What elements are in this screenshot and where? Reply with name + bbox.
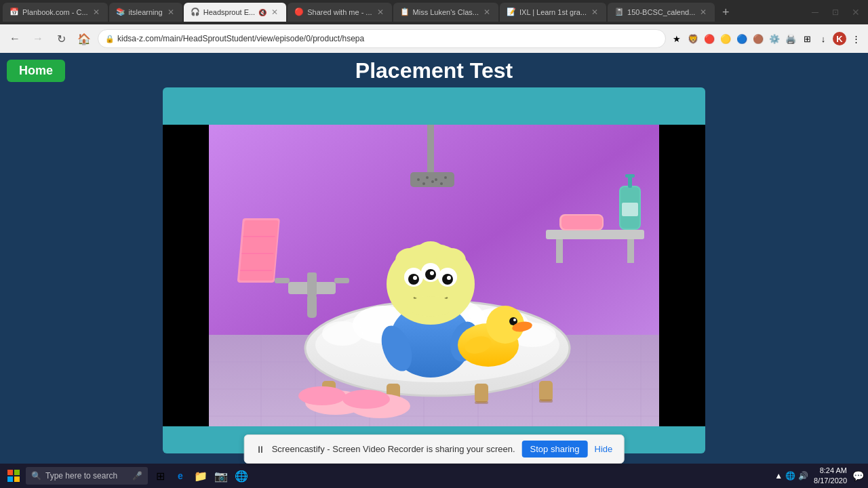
svg-rect-90 xyxy=(7,476,13,482)
svg-point-20 xyxy=(431,180,434,183)
microphone-icon: 🎤 xyxy=(132,471,142,481)
back-button[interactable]: ← xyxy=(5,29,24,48)
start-button[interactable] xyxy=(4,466,23,485)
page-title: Placement Test xyxy=(355,58,513,83)
tab-close-missluken[interactable]: ✕ xyxy=(482,7,492,17)
svg-point-75 xyxy=(430,271,434,275)
taskbar-clock[interactable]: 8:24 AM 8/17/2020 xyxy=(814,466,847,487)
svg-point-76 xyxy=(447,276,451,280)
svg-rect-31 xyxy=(275,278,290,283)
close-button[interactable]: ✕ xyxy=(846,3,865,22)
tab-close-itslearning[interactable]: ✕ xyxy=(166,7,176,17)
home-button[interactable]: Home xyxy=(7,60,65,82)
tab-favicon-headsprout: 🎧 xyxy=(191,7,200,17)
nav-bar: ← → ↻ 🏠 🔒 kidsa-z.com/main/HeadSproutStu… xyxy=(0,24,868,53)
windows-logo-icon xyxy=(7,470,20,482)
taskbar-search-bar[interactable]: 🔍 Type here to search 🎤 xyxy=(26,467,148,485)
refresh-button[interactable]: ↻ xyxy=(52,29,71,48)
tab-favicon-missluken: 📋 xyxy=(400,7,410,17)
ext-icon-3[interactable]: 🔵 xyxy=(735,32,749,45)
bathroom-scene-svg xyxy=(163,125,705,426)
tab-close-headsprout[interactable]: ✕ xyxy=(270,7,279,17)
tab-favicon-itslearning: 📚 xyxy=(116,7,125,17)
left-black-bar xyxy=(163,125,209,426)
taskbar-app-icons: ⊞ e 📁 📷 🌐 xyxy=(151,466,251,485)
svg-rect-34 xyxy=(556,239,563,263)
svg-point-18 xyxy=(444,176,447,179)
camera-taskbar-icon[interactable]: 📷 xyxy=(212,466,231,485)
pause-icon: ⏸ xyxy=(256,444,265,455)
tab-planbook[interactable]: 📅 Planbook.com - C... ✕ xyxy=(3,3,108,22)
task-view-button[interactable]: ⊞ xyxy=(151,466,170,485)
svg-rect-14 xyxy=(410,172,454,187)
svg-rect-37 xyxy=(561,216,602,229)
tab-favicon-planbook: 📅 xyxy=(9,7,19,17)
svg-point-85 xyxy=(298,386,346,405)
tab-shared[interactable]: 🔴 Shared with me - ... ✕ xyxy=(288,3,391,22)
forward-button[interactable]: → xyxy=(28,29,47,48)
clock-time: 8:24 AM xyxy=(814,466,847,476)
svg-rect-35 xyxy=(627,239,634,263)
svg-rect-42 xyxy=(625,174,635,178)
ext-icon-8[interactable]: ↓ xyxy=(816,32,830,45)
tab-label-planbook: Planbook.com - C... xyxy=(22,8,88,16)
profile-icon[interactable]: K xyxy=(833,32,846,45)
home-nav-button[interactable]: 🏠 xyxy=(75,29,94,48)
edge-taskbar-icon[interactable]: e xyxy=(171,466,190,485)
mute-icon: 🔇 xyxy=(258,9,267,16)
svg-point-19 xyxy=(422,182,425,185)
app-area: Home Placement Test xyxy=(0,53,868,488)
menu-icon[interactable]: ⋮ xyxy=(849,32,863,45)
tab-close-shared[interactable]: ✕ xyxy=(376,7,385,17)
tab-missluken[interactable]: 📋 Miss Luken's Clas... ✕ xyxy=(393,3,498,22)
right-black-bar xyxy=(659,125,705,426)
ext-icon-7[interactable]: ⊞ xyxy=(800,32,814,45)
maximize-button[interactable]: ⊡ xyxy=(826,3,845,22)
volume-icon: 🔊 xyxy=(798,471,808,481)
svg-rect-51 xyxy=(475,401,488,404)
ext-icon-2[interactable]: 🟡 xyxy=(719,32,732,45)
tab-close-ixl[interactable]: ✕ xyxy=(590,7,599,17)
address-bar[interactable]: 🔒 kidsa-z.com/main/HeadSproutStudent/vie… xyxy=(98,29,666,48)
svg-rect-91 xyxy=(14,476,20,482)
tab-ixl[interactable]: 📝 IXL | Learn 1st gra... ✕ xyxy=(500,3,606,22)
brave-icon[interactable]: 🦁 xyxy=(686,32,700,45)
screen-share-bar: ⏸ Screencastify - Screen Video Recorder … xyxy=(244,434,625,464)
svg-point-21 xyxy=(440,182,443,185)
system-tray-icons: ▲ 🌐 🔊 xyxy=(774,471,808,481)
ext-icon-5[interactable]: ⚙️ xyxy=(768,32,781,45)
svg-point-74 xyxy=(413,276,417,280)
explorer-taskbar-icon[interactable]: 📁 xyxy=(191,466,210,485)
tab-close-planbook[interactable]: ✕ xyxy=(92,7,101,17)
svg-rect-33 xyxy=(546,230,644,239)
svg-rect-24 xyxy=(239,220,279,281)
browser-window: 📅 Planbook.com - C... ✕ 📚 itslearning ✕ … xyxy=(0,0,868,488)
svg-rect-32 xyxy=(334,278,349,283)
tab-calendar[interactable]: 📓 150-BCSC_calend... ✕ xyxy=(608,3,715,22)
new-tab-button[interactable]: + xyxy=(716,3,735,22)
tab-label-ixl: IXL | Learn 1st gra... xyxy=(519,8,587,16)
bookmark-icon[interactable]: ★ xyxy=(670,32,684,45)
tab-label-missluken: Miss Luken's Clas... xyxy=(413,8,479,16)
stop-sharing-button[interactable]: Stop sharing xyxy=(522,441,588,458)
ext-icon-4[interactable]: 🟤 xyxy=(751,32,765,45)
tab-itslearning[interactable]: 📚 itslearning ✕ xyxy=(109,3,182,22)
minimize-button[interactable]: ─ xyxy=(806,3,825,22)
tray-arrow-icon[interactable]: ▲ xyxy=(774,471,783,481)
tab-favicon-shared: 🔴 xyxy=(294,7,304,17)
taskbar: 🔍 Type here to search 🎤 ⊞ e 📁 📷 🌐 ▲ 🌐 🔊 … xyxy=(0,464,868,488)
notification-center-icon[interactable]: 💬 xyxy=(852,470,864,481)
screen-share-message: Screencastify - Screen Video Recorder is… xyxy=(272,444,515,454)
ext-icon-1[interactable]: 🔴 xyxy=(703,32,716,45)
svg-point-60 xyxy=(468,306,481,320)
svg-rect-48 xyxy=(539,381,553,401)
chrome-taskbar-icon[interactable]: 🌐 xyxy=(232,466,251,485)
tab-headsprout[interactable]: 🎧 Headsprout E... 🔇 ✕ xyxy=(184,3,286,22)
ext-icon-6[interactable]: 🖨️ xyxy=(784,32,797,45)
hide-button[interactable]: Hide xyxy=(595,444,613,454)
svg-rect-88 xyxy=(7,470,13,475)
tab-close-calendar[interactable]: ✕ xyxy=(698,7,708,17)
clock-date: 8/17/2020 xyxy=(814,476,847,486)
tab-bar: 📅 Planbook.com - C... ✕ 📚 itslearning ✕ … xyxy=(0,0,868,24)
video-main[interactable] xyxy=(163,125,705,426)
